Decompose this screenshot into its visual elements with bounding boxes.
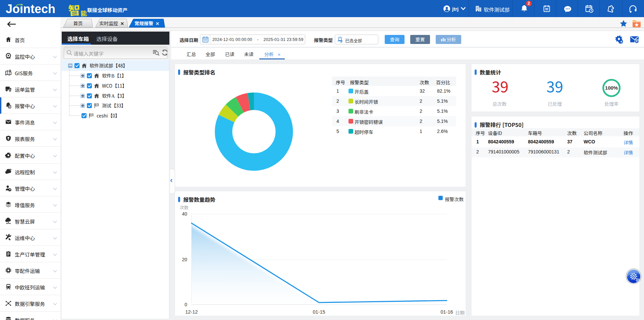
svg-text:12-12: 12-12 [185,309,198,315]
svg-text:01-16: 01-16 [440,309,453,315]
svg-text:0: 0 [184,302,187,307]
svg-text:20: 20 [182,257,187,262]
svg-text:40: 40 [182,211,187,217]
svg-text:01-15: 01-15 [313,309,325,315]
